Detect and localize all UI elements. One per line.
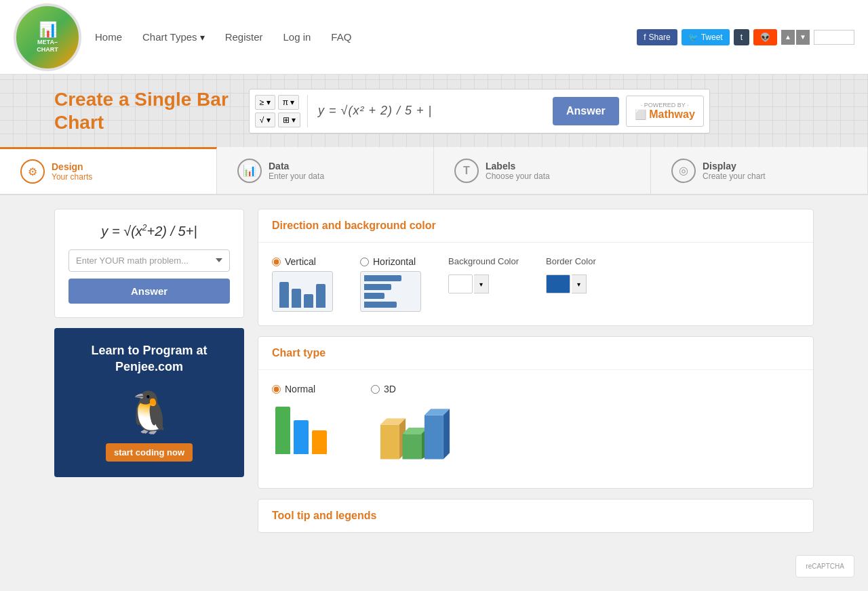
facebook-icon: f [644,33,646,42]
normal-bar-blue [294,420,309,454]
svg-marker-3 [402,434,421,460]
workflow-tabs: ⚙ Design Your charts 📊 Data Enter your d… [0,147,868,195]
design-tab-sublabel: Your charts [52,172,92,182]
data-tab-icon: 📊 [237,159,262,183]
vertical-radio[interactable] [272,258,281,266]
background-color-swatch[interactable] [448,274,473,293]
page-title: Create a Single Bar Chart [54,88,229,134]
score-input[interactable] [814,30,854,45]
nav-chart-types[interactable]: Chart Types ▾ [142,31,205,43]
nav-login[interactable]: Log in [283,31,311,43]
pi-btn[interactable]: π ▾ [278,95,300,110]
vote-buttons: ▲ ▼ [781,30,810,45]
mathway-text: ⬜ Mathway [635,108,695,121]
share-label: Share [649,33,671,42]
hbar3 [364,293,384,299]
svg-marker-0 [380,425,399,460]
data-tab-sublabel: Enter your data [269,171,324,181]
normal-type-option: Normal [272,384,330,454]
border-color-label: Border Color [546,256,596,266]
vertical-radio-label[interactable]: Vertical [272,256,316,267]
tumblr-button[interactable]: t [734,29,749,45]
background-color-group: Background Color ▾ [448,256,519,293]
border-color-dropdown-button[interactable]: ▾ [572,274,587,293]
chart-type-section-body: Normal 3D [258,370,813,488]
ad-title: Learn to Program at Penjee.com [68,343,231,375]
bar3 [304,294,313,308]
normal-radio[interactable] [272,385,281,394]
background-color-select: ▾ [448,274,519,293]
display-tab-labels: Display Create your chart [703,161,766,181]
data-tab-label: Data [269,161,324,171]
background-color-label: Background Color [448,256,519,266]
math-answer-button[interactable]: Answer [553,97,619,125]
direction-section: Direction and background color Vertical [258,209,814,326]
design-tab-labels: Design Your charts [52,161,92,182]
tweet-label: Tweet [701,33,723,42]
design-tab-icon: ⚙ [20,159,45,184]
advertisement-box: Learn to Program at Penjee.com 🐧 start c… [54,328,244,477]
left-panel: y = √(x2+2) / 5+| Enter YOUR math proble… [54,209,244,543]
social-actions: f Share 🐦 Tweet t 👽 ▲ ▼ [637,29,854,45]
3d-radio-label[interactable]: 3D [371,384,396,394]
border-color-swatch[interactable] [546,274,570,293]
banner: Create a Single Bar Chart ≥ ▾ π ▾ √ ▾ ⊞ … [0,75,868,147]
nav-faq[interactable]: FAQ [331,31,351,43]
direction-row: Vertical Horizontal [272,256,800,312]
normal-bar-orange [312,430,327,454]
facebook-share-button[interactable]: f Share [637,29,677,45]
nav-home[interactable]: Home [95,31,122,43]
labels-tab-icon: T [454,159,479,183]
tab-labels[interactable]: T Labels Choose your data [434,147,651,194]
math-formula-display: y = √(x² + 2) / 5 + | [315,100,546,121]
bar4 [316,284,326,308]
display-tab-label: Display [703,161,766,171]
svg-marker-6 [425,415,443,460]
bar1 [279,282,289,308]
chart-type-row: Normal 3D [272,384,800,474]
border-color-select: ▾ [546,274,596,293]
ad-cta[interactable]: start coding now [106,443,193,462]
twitter-icon: 🐦 [688,33,698,42]
horizontal-radio[interactable] [360,258,369,266]
chart-type-section-header: Chart type [258,337,813,370]
tab-display[interactable]: ◎ Display Create your chart [651,147,868,194]
logo-text: META– CHART [37,39,58,54]
normal-radio-label[interactable]: Normal [272,384,315,394]
math-toolbar-row2: √ ▾ ⊞ ▾ [255,113,300,127]
table-btn[interactable]: ⊞ ▾ [278,113,300,127]
normal-bar-green [275,407,290,454]
design-tab-label: Design [52,161,92,172]
hbar2 [364,284,391,290]
direction-section-header: Direction and background color [258,209,813,243]
nav-register[interactable]: Register [225,31,263,43]
twitter-tweet-button[interactable]: 🐦 Tweet [682,29,730,45]
border-color-group: Border Color ▾ [546,256,596,293]
background-color-dropdown-button[interactable]: ▾ [474,274,489,293]
hbar1 [364,275,401,281]
math-problem-dropdown[interactable]: Enter YOUR math problem... [68,249,230,272]
logo[interactable]: 📊 META– CHART [14,3,81,71]
math-formula-preview: y = √(x2+2) / 5+| [68,223,230,239]
answer-panel-button[interactable]: Answer [68,279,230,304]
tab-data[interactable]: 📊 Data Enter your data [217,147,434,194]
direction-section-body: Vertical Horizontal [258,243,813,325]
normal-bars-preview [272,400,330,454]
tab-design[interactable]: ⚙ Design Your charts [0,147,217,194]
horizontal-radio-label[interactable]: Horizontal [360,256,416,267]
upvote-button[interactable]: ▲ [781,30,795,45]
tooltip-section-header[interactable]: Tool tip and legends [258,500,813,532]
reddit-button[interactable]: 👽 [753,29,777,45]
sqrt-btn[interactable]: √ ▾ [255,113,275,127]
greater-equal-btn[interactable]: ≥ ▾ [255,95,275,110]
reddit-icon: 👽 [760,33,770,42]
display-tab-icon: ◎ [671,159,696,183]
bar2 [292,289,301,308]
mathway-logo: · POWERED BY · ⬜ Mathway [626,96,704,127]
3d-radio[interactable] [371,385,380,394]
horizontal-option: Horizontal [360,256,421,312]
downvote-button[interactable]: ▼ [796,30,810,45]
vertical-option: Vertical [272,256,333,312]
labels-tab-labels: Labels Choose your data [486,161,550,181]
nav-chart-types-link[interactable]: Chart Types [142,31,197,43]
